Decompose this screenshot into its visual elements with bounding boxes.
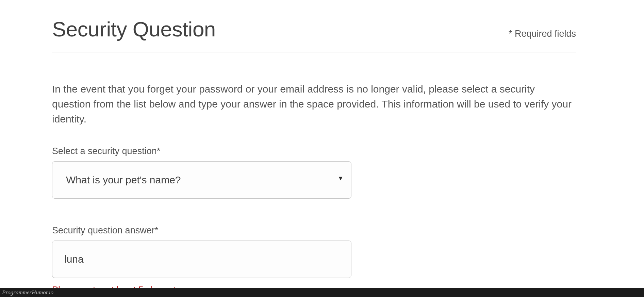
form-container: Security Question * Required fields In t… [0,0,644,295]
security-answer-input[interactable] [52,241,351,278]
header-row: Security Question * Required fields [52,17,576,52]
required-fields-note: * Required fields [509,29,576,41]
security-answer-label: Security question answer* [52,225,576,236]
footer-bar: ProgrammerHumor.io [0,288,644,297]
instructions-text: In the event that you forget your passwo… [52,82,576,126]
security-question-label: Select a security question* [52,146,576,156]
security-question-field: Select a security question* What is your… [52,146,576,199]
chevron-down-icon: ▼ [337,175,344,182]
security-question-select-wrapper: What is your pet's name? ▼ [52,161,351,199]
security-question-selected-value: What is your pet's name? [66,174,181,186]
page-title: Security Question [52,17,216,41]
security-answer-field: Security question answer* Please enter a… [52,225,576,295]
security-question-select[interactable]: What is your pet's name? ▼ [52,161,351,199]
watermark-text: ProgrammerHumor.io [2,289,53,296]
